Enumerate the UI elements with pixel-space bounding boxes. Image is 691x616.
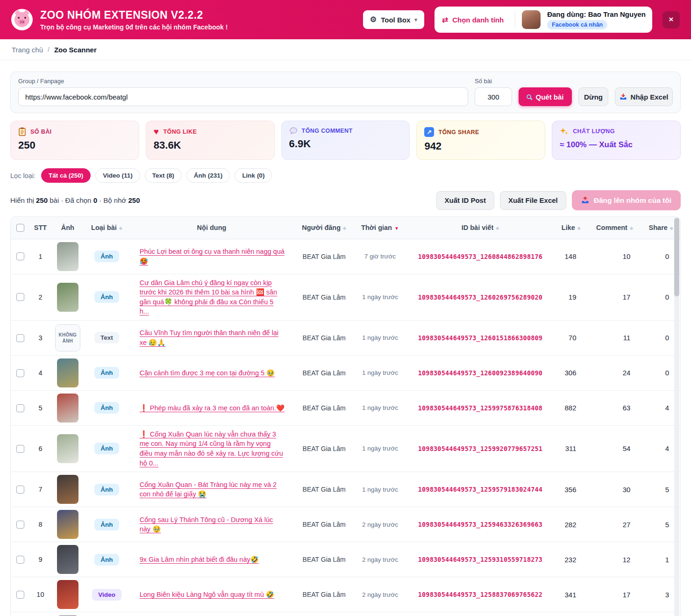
row-checkbox[interactable]: [16, 334, 24, 342]
post-thumbnail[interactable]: [57, 242, 78, 271]
speech-bubble-icon: [289, 127, 298, 135]
post-id-link[interactable]: 109830544649573_1259463326369663: [418, 521, 543, 528]
post-time: 2 ngày trước: [354, 507, 406, 542]
like-count: 356: [555, 472, 587, 507]
select-all-checkbox[interactable]: [16, 224, 24, 232]
group-url-input[interactable]: [18, 87, 468, 106]
results-summary: Hiển thị 250 bài · Đã chọn 0 · Bộ nhớ 25…: [10, 196, 140, 204]
post-content-link[interactable]: 9x Gia Lâm nhìn phát biết đi đâu này🤣: [140, 555, 259, 565]
col-header-like[interactable]: Like◆: [555, 217, 587, 239]
row-checkbox[interactable]: [16, 369, 24, 377]
post-id-link[interactable]: 109830544649573_1260092389640090: [418, 369, 543, 377]
col-header-author[interactable]: Người đăng◆: [294, 217, 354, 239]
post-type-badge: Ảnh: [94, 554, 119, 566]
post-thumbnail[interactable]: [57, 545, 78, 574]
export-id-button[interactable]: Xuất ID Post: [436, 191, 494, 210]
row-checkbox[interactable]: [16, 252, 24, 260]
post-type-badge: Ảnh: [94, 402, 119, 414]
like-count: 19: [555, 274, 587, 320]
comment-count: 28: [588, 612, 642, 616]
filter-chip-text[interactable]: Text (8): [145, 168, 182, 183]
export-excel-label: Xuất File Excel: [508, 196, 558, 204]
post-thumbnail[interactable]: [57, 475, 78, 504]
post-id-link[interactable]: 109830544649573_1259579183024744: [418, 486, 543, 493]
row-checkbox[interactable]: [16, 293, 24, 301]
post-author: BEAT Gia Lâm: [294, 612, 354, 616]
user-avatar: [522, 10, 541, 29]
post-content-link[interactable]: Cận cảnh tìm được 3 mẹ con tại đường 5 🥹: [140, 368, 275, 378]
post-content-link[interactable]: Cổng sau Lý Thánh Tông cũ - Dương Xá lúc…: [140, 515, 285, 534]
close-icon: ×: [669, 15, 674, 24]
post-id-link[interactable]: 109830544649573_1260844862898176: [418, 253, 543, 260]
col-header-post-id[interactable]: ID bài viết◆: [406, 217, 555, 239]
post-id-link[interactable]: 109830544649573_1260151866300809: [418, 334, 543, 342]
post-id-link[interactable]: 109830544649573_1259975876318408: [418, 404, 543, 412]
filter-chip-photo[interactable]: Ảnh (231): [186, 168, 230, 183]
stat-value-quality: ≈ 100% — Xuất Sắc: [560, 140, 673, 150]
post-thumbnail[interactable]: [57, 394, 78, 423]
filter-chip-link[interactable]: Link (0): [235, 168, 272, 183]
post-to-groups-button[interactable]: Đăng lên nhóm của tôi: [572, 190, 681, 210]
post-author: BEAT Gia Lâm: [294, 577, 354, 612]
post-author: BEAT Gia Lâm: [294, 542, 354, 577]
col-header-time[interactable]: Thời gian▼: [354, 217, 406, 239]
stat-card-likes: ♥ TỔNG LIKE 83.6K: [146, 121, 275, 160]
post-content-link[interactable]: ❗ Cống Xuân Quan lúc này vẫn chưa thấy 3…: [140, 430, 285, 468]
post-thumbnail[interactable]: [57, 358, 78, 387]
table-row: 7 Ảnh Cống Xuân Quan - Bát Tràng lúc này…: [11, 472, 680, 507]
post-thumbnail[interactable]: [57, 283, 78, 312]
post-count-input[interactable]: [475, 87, 512, 106]
scan-posts-button[interactable]: Quét bài: [519, 87, 572, 106]
row-checkbox[interactable]: [16, 556, 24, 564]
close-button[interactable]: ×: [663, 11, 680, 29]
post-content-link[interactable]: Cầu Vĩnh Tuy tìm người thân thanh niên đ…: [140, 328, 285, 347]
url-field-label: Group / Fanpage: [18, 78, 468, 85]
row-checkbox[interactable]: [16, 486, 24, 494]
post-time: 1 ngày trước: [354, 390, 406, 425]
row-checkbox[interactable]: [16, 591, 24, 599]
post-content-link[interactable]: Phúc Lợi beat ơi ông cụ va thanh niên na…: [140, 247, 285, 266]
table-row: 5 Ảnh ❗ Phép màu đã xảy ra 3 mẹ con đã a…: [11, 390, 680, 425]
post-thumbnail[interactable]: [57, 510, 78, 539]
post-id-link[interactable]: 109830544649573_1259310559718273: [418, 556, 543, 563]
post-to-groups-label: Đăng lên nhóm của tôi: [594, 196, 671, 205]
app-subtitle: Trọn bộ công cụ Marketing 0đ trên các hộ…: [40, 23, 228, 31]
app-title: ZOO NHÓM EXTENSION V2.2.2: [40, 9, 228, 21]
row-checkbox[interactable]: [16, 445, 24, 453]
filter-chip-all[interactable]: Tất cả (250): [41, 168, 91, 183]
post-content-link[interactable]: ❗ Phép màu đã xảy ra 3 mẹ con đã an toàn…: [140, 403, 285, 413]
col-header-type[interactable]: Loại bài◆: [84, 217, 129, 239]
post-thumbnail[interactable]: [57, 434, 78, 463]
breadcrumb-home-link[interactable]: Trang chủ: [12, 46, 43, 54]
stat-value-shares: 942: [424, 140, 537, 152]
post-author: BEAT Gia Lâm: [294, 355, 354, 390]
post-id-link[interactable]: 109830544649573_1258837069765622: [418, 591, 543, 598]
export-excel-button[interactable]: Xuất File Excel: [500, 191, 566, 210]
scrollbar-thumb[interactable]: [674, 218, 679, 296]
row-checkbox[interactable]: [16, 521, 24, 529]
post-time: 1 ngày trước: [354, 355, 406, 390]
breadcrumb-current: Zoo Scanner: [54, 46, 97, 54]
post-content-link[interactable]: Cư dân Gia Lâm chú ý đăng kí ngay còn kị…: [140, 278, 285, 316]
post-content-link[interactable]: Long Biên kiệu Làng Ngô vẫn quay tít mù …: [140, 590, 274, 600]
stop-button[interactable]: Dừng: [578, 87, 608, 106]
import-excel-button[interactable]: Nhập Excel: [615, 87, 673, 106]
post-id-link[interactable]: 109830544649573_1260269756289020: [418, 294, 543, 301]
col-header-stt: STT: [29, 217, 51, 239]
filter-chip-video[interactable]: Video (11): [95, 168, 140, 183]
row-checkbox[interactable]: [16, 404, 24, 412]
stats-row: SỐ BÀI 250 ♥ TỔNG LIKE 83.6K TỔNG COMMEN…: [10, 121, 681, 160]
post-time: 1 ngày trước: [354, 425, 406, 472]
like-count: 232: [555, 542, 587, 577]
post-content-link[interactable]: Cống Xuân Quan - Bát Tràng lúc này mẹ và…: [140, 480, 285, 499]
post-thumbnail[interactable]: [57, 580, 78, 609]
post-time: 2 ngày trước: [354, 542, 406, 577]
post-id-link[interactable]: 109830544649573_1259920779657251: [418, 445, 543, 452]
like-count: 592: [555, 612, 587, 616]
col-header-comment[interactable]: Comment◆: [588, 217, 642, 239]
toolbox-dropdown-button[interactable]: ⚙ Tool Box ▾: [363, 10, 424, 29]
post-author: BEAT Gia Lâm: [294, 507, 354, 542]
post-author: BEAT Gia Lâm: [294, 472, 354, 507]
post-author: BEAT Gia Lâm: [294, 390, 354, 425]
choose-identity-button[interactable]: ⇄ Chọn danh tính: [437, 15, 508, 24]
